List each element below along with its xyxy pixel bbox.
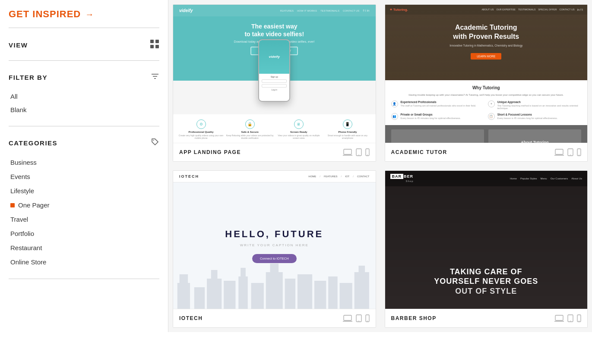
svg-rect-3 [155,45,159,48]
svg-rect-28 [251,283,264,309]
get-inspired-label: GET INSPIRED [9,9,81,20]
svg-rect-34 [328,276,337,309]
divider-view [9,60,159,61]
svg-rect-44 [555,315,563,320]
category-business[interactable]: Business [9,155,159,169]
tablet-icon-3 [356,314,362,322]
laptop-icon-3 [343,315,352,322]
category-portfolio-label: Portfolio [10,230,34,237]
svg-rect-14 [555,149,563,154]
svg-rect-27 [241,268,246,309]
category-events-label: Events [10,173,30,180]
filter-icon[interactable] [151,72,159,83]
active-dot [10,203,15,207]
template-card-iotech[interactable]: IOTECH HOME / FEATURES / IOT / CONTACT [173,170,376,328]
divider-bottom [9,279,159,279]
svg-point-11 [358,154,359,155]
category-one-pager[interactable]: One Pager [9,198,159,212]
category-portfolio[interactable]: Portfolio [9,226,159,241]
template-preview-academic-tutor: ✦ Tutoring. ABOUT US OUR EXPERTISE TESTI… [385,5,588,143]
template-name-iotech: IOTECH [179,315,203,321]
svg-point-19 [579,154,579,155]
device-icons-barber [554,314,581,322]
template-name-barber: BARBER SHOP [391,315,437,321]
arrow-icon: → [85,9,94,19]
svg-point-13 [367,154,368,155]
sidebar: GET INSPIRED → VIEW FILTER BY All [0,0,168,332]
tablet-icon [356,148,362,156]
divider-filter [9,126,159,126]
divider-top [9,28,159,28]
svg-rect-30 [270,264,279,309]
category-events[interactable]: Events [9,169,159,184]
template-footer-app-landing: APP LANDING PAGE [173,143,376,161]
tag-icon[interactable] [151,138,159,148]
mobile-icon-4 [577,314,581,322]
view-label: VIEW [9,41,28,49]
filter-label: FILTER BY [9,74,47,81]
device-icons-iotech [343,314,370,322]
view-section-header: VIEW [9,33,159,55]
svg-rect-31 [285,279,295,309]
svg-rect-33 [314,281,326,309]
category-restaurant-label: Restaurant [10,244,42,251]
mobile-icon-2 [577,148,581,156]
mobile-icon-3 [365,314,370,322]
categories-label: CATEGORIES [9,139,57,147]
category-online-store-label: Online Store [10,258,46,266]
template-card-academic-tutor[interactable]: ✦ Tutoring. ABOUT US OUR EXPERTISE TESTI… [385,4,588,162]
category-restaurant[interactable]: Restaurant [9,241,159,255]
svg-rect-22 [194,287,205,309]
templates-grid: videify FEATURES HOW IT WORKS TESTIMONIA… [173,4,588,328]
template-footer-barber: BARBER SHOP [385,309,588,327]
category-online-store[interactable]: Online Store [9,255,159,269]
category-business-label: Business [10,159,37,166]
svg-point-47 [570,320,571,321]
laptop-icon-2 [554,149,564,156]
svg-rect-8 [344,149,351,154]
svg-point-41 [358,320,359,321]
template-name-app-landing: APP LANDING PAGE [179,149,241,155]
svg-point-49 [579,320,579,321]
categories-list: Business Events Lifestyle One Pager Trav… [9,153,159,273]
category-travel[interactable]: Travel [9,212,159,226]
laptop-icon-4 [554,315,564,322]
filter-options: All Blank [9,87,159,121]
template-card-app-landing[interactable]: videify FEATURES HOW IT WORKS TESTIMONIA… [173,4,376,162]
template-name-academic: ACADEMIC TUTOR [391,149,447,155]
device-icons-academic [554,148,581,156]
get-inspired-link[interactable]: GET INSPIRED → [9,9,159,20]
svg-rect-21 [180,274,188,309]
filter-section-header: FILTER BY [9,66,159,87]
category-travel-label: Travel [10,216,28,223]
svg-rect-32 [298,274,312,309]
filter-blank[interactable]: Blank [9,103,159,116]
template-preview-barber: BARBER Shop Home Popular Styles Menu Our… [385,171,588,309]
svg-rect-25 [224,281,235,309]
svg-rect-2 [150,45,154,48]
category-lifestyle[interactable]: Lifestyle [9,184,159,198]
svg-rect-0 [150,40,154,43]
svg-point-43 [367,320,368,321]
main-content: videify FEATURES HOW IT WORKS TESTIMONIA… [168,0,592,332]
svg-rect-35 [340,283,352,309]
template-preview-app-landing: videify FEATURES HOW IT WORKS TESTIMONIA… [173,5,376,143]
svg-point-17 [570,154,571,155]
categories-section-header: CATEGORIES [9,132,159,153]
mobile-icon [365,148,370,156]
template-preview-iotech: IOTECH HOME / FEATURES / IOT / CONTACT [173,171,376,309]
template-card-barber[interactable]: BARBER Shop Home Popular Styles Menu Our… [385,170,588,328]
svg-rect-37 [358,266,365,309]
category-one-pager-label: One Pager [18,201,50,209]
tablet-icon-2 [567,148,573,156]
svg-rect-24 [211,270,218,309]
device-icons-app-landing [343,148,370,156]
template-footer-iotech: IOTECH [173,309,376,327]
laptop-icon [343,149,352,156]
tablet-icon-4 [567,314,573,322]
template-footer-academic: ACADEMIC TUTOR [385,143,588,161]
filter-all[interactable]: All [9,90,159,103]
category-lifestyle-label: Lifestyle [10,187,34,195]
svg-rect-38 [344,315,351,320]
grid-icon[interactable] [150,39,159,51]
